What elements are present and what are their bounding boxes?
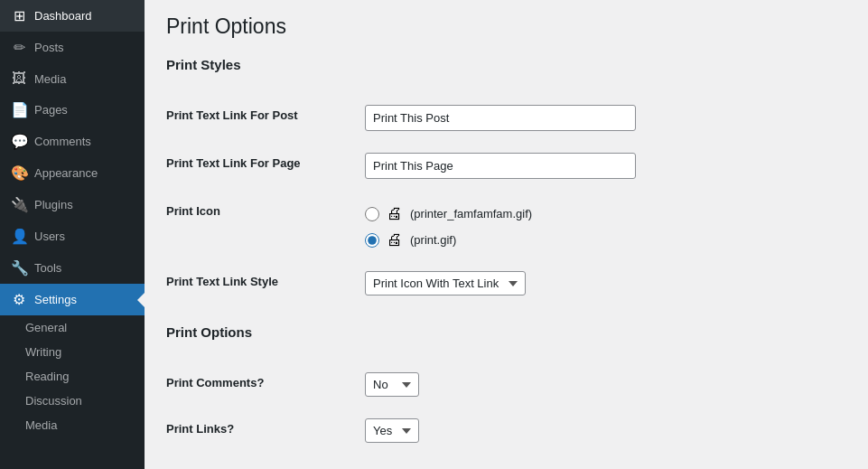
row-print-text-link-style: Print Text Link Style Print Icon With Te… [166, 260, 846, 306]
sidebar-item-pages[interactable]: 📄 Pages [0, 94, 145, 126]
sidebar-label-dashboard: Dashboard [34, 9, 92, 23]
sidebar-label-users: Users [34, 230, 65, 243]
posts-icon: ✏ [11, 39, 27, 56]
sidebar-item-comments[interactable]: 💬 Comments [0, 126, 145, 157]
radio-label-icon-2: (print.gif) [410, 233, 456, 247]
plugins-icon: 🔌 [11, 196, 27, 213]
sidebar-label-pages: Pages [34, 103, 68, 117]
select-print-text-link-style[interactable]: Print Icon With Text Link Text Link Only… [365, 271, 526, 295]
submenu-reading[interactable]: Reading [0, 364, 145, 389]
page-title: Print Options [166, 14, 846, 39]
sidebar-item-users[interactable]: 👤 Users [0, 220, 145, 252]
label-print-text-post: Print Text Link For Post [166, 108, 298, 122]
settings-icon: ⚙ [11, 291, 27, 308]
print-styles-table: Print Text Link For Post Print Text Link… [166, 94, 846, 306]
settings-submenu: General Writing Reading Discussion Media [0, 315, 145, 437]
submenu-media-sub[interactable]: Media [0, 413, 145, 437]
sidebar-item-tools[interactable]: 🔧 Tools [0, 252, 145, 284]
sidebar-label-comments: Comments [34, 135, 91, 148]
row-print-text-page: Print Text Link For Page [166, 142, 846, 190]
radio-icon-2[interactable]: 🖨 (print.gif) [365, 230, 846, 249]
sidebar-item-appearance[interactable]: 🎨 Appearance [0, 157, 145, 189]
print-icon-radio-group: 🖨 (printer_famfamfam.gif) 🖨 (print.gif) [365, 201, 846, 249]
radio-input-icon-2[interactable] [365, 233, 379, 248]
row-print-icon: Print Icon 🖨 (printer_famfamfam.gif) 🖨 (… [166, 190, 846, 260]
input-print-text-page[interactable] [365, 153, 636, 179]
radio-label-icon-1: (printer_famfamfam.gif) [410, 207, 532, 220]
label-print-text-page: Print Text Link For Page [166, 156, 301, 170]
sidebar-label-plugins: Plugins [34, 198, 73, 211]
input-print-text-post[interactable] [365, 105, 636, 131]
sidebar-label-media: Media [34, 72, 66, 86]
sidebar-item-media[interactable]: 🖼 Media [0, 63, 145, 94]
sidebar-label-appearance: Appearance [34, 166, 98, 180]
printer-famfamfam-icon: 🖨 [387, 204, 403, 223]
row-print-text-post: Print Text Link For Post [166, 94, 846, 142]
media-icon: 🖼 [11, 70, 27, 87]
sidebar-label-settings: Settings [34, 293, 77, 306]
printer-print-icon: 🖨 [387, 230, 403, 249]
submenu-general[interactable]: General [0, 315, 145, 340]
radio-icon-1[interactable]: 🖨 (printer_famfamfam.gif) [365, 204, 846, 223]
sidebar: ⊞ Dashboard ✏ Posts 🖼 Media 📄 Pages 💬 Co… [0, 0, 145, 469]
submenu-writing[interactable]: Writing [0, 340, 145, 364]
row-print-links: Print Links? Yes No [166, 408, 846, 454]
dashboard-icon: ⊞ [11, 7, 27, 24]
users-icon: 👤 [11, 228, 27, 245]
print-styles-heading: Print Styles [166, 57, 846, 80]
select-print-comments[interactable]: No Yes [365, 372, 419, 397]
row-print-comments: Print Comments? No Yes [166, 361, 846, 408]
sidebar-label-posts: Posts [34, 41, 64, 54]
submenu-discussion[interactable]: Discussion [0, 389, 145, 413]
sidebar-item-dashboard[interactable]: ⊞ Dashboard [0, 0, 145, 32]
select-print-links[interactable]: Yes No [365, 418, 419, 443]
print-options-table: Print Comments? No Yes Print Links? Yes [166, 361, 846, 454]
pages-icon: 📄 [11, 101, 27, 118]
main-content: Print Options Print Styles Print Text Li… [145, 0, 868, 469]
sidebar-item-plugins[interactable]: 🔌 Plugins [0, 189, 145, 220]
label-print-links: Print Links? [166, 422, 234, 436]
appearance-icon: 🎨 [11, 164, 27, 182]
radio-input-icon-1[interactable] [365, 207, 379, 221]
sidebar-item-settings[interactable]: ⚙ Settings [0, 284, 145, 315]
comments-icon: 💬 [11, 133, 27, 150]
sidebar-label-tools: Tools [34, 261, 61, 275]
label-print-comments: Print Comments? [166, 376, 264, 389]
label-print-icon: Print Icon [166, 204, 220, 218]
sidebar-item-posts[interactable]: ✏ Posts [0, 32, 145, 63]
label-print-text-link-style: Print Text Link Style [166, 275, 278, 288]
print-options-heading: Print Options [166, 324, 846, 347]
tools-icon: 🔧 [11, 259, 27, 277]
